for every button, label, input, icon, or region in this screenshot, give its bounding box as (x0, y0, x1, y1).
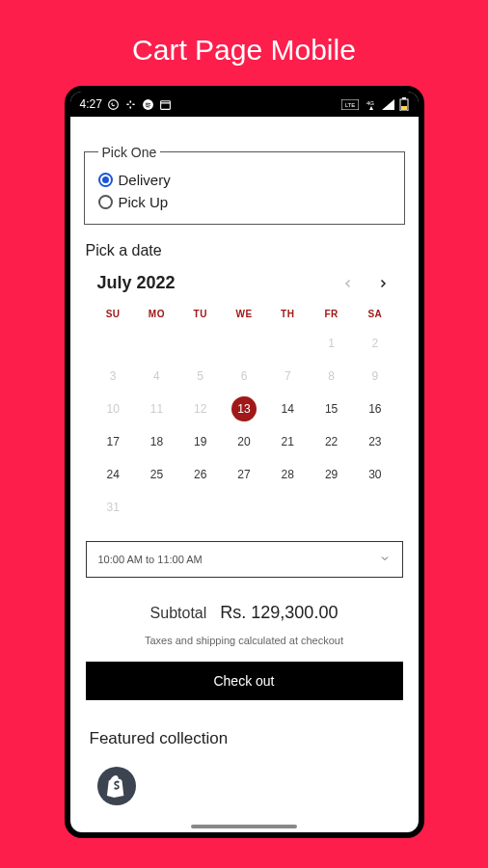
calendar-day (135, 327, 178, 360)
status-bar: 4:27 LTE 4G (70, 92, 419, 117)
tax-shipping-note: Taxes and shipping calculated at checkou… (84, 635, 405, 646)
subtotal-label: Subtotal (150, 605, 207, 622)
prev-month-button[interactable] (339, 275, 357, 292)
weekday-label: FR (310, 309, 353, 319)
svg-point-0 (108, 99, 118, 109)
svg-text:LTE: LTE (344, 102, 355, 108)
pick-date-label: Pick a date (86, 242, 405, 259)
subtotal-row: Subtotal Rs. 129,300.00 (84, 603, 405, 623)
weekday-label: WE (222, 309, 265, 319)
calendar-day (178, 491, 222, 524)
battery-icon (399, 97, 409, 111)
calendar-day: 8 (310, 360, 353, 393)
time-slot-value: 10:00 AM to 11:00 AM (98, 554, 203, 565)
phone-frame: 4:27 LTE 4G Pick One Delivery (65, 86, 424, 838)
calendar-day[interactable]: 14 (266, 393, 310, 425)
calendar-day (222, 327, 265, 360)
whatsapp-icon (107, 98, 120, 111)
checkout-button[interactable]: Check out (86, 662, 403, 700)
spotify-icon (142, 98, 154, 111)
calendar-day[interactable]: 15 (310, 393, 353, 425)
svg-rect-6 (160, 100, 170, 109)
weekday-label: SU (92, 309, 135, 319)
calendar-day[interactable]: 13 (222, 393, 265, 425)
phone-screen: 4:27 LTE 4G Pick One Delivery (70, 92, 419, 832)
svg-rect-11 (402, 97, 406, 99)
calendar-day: 3 (92, 360, 135, 393)
calendar-day: 11 (135, 393, 178, 425)
calendar-day: 12 (178, 393, 222, 425)
calendar-day: 6 (222, 360, 265, 393)
radio-label: Pick Up (119, 194, 169, 210)
calendar-day[interactable]: 23 (353, 425, 396, 458)
svg-rect-2 (129, 100, 131, 103)
calendar-day (178, 327, 222, 360)
calendar-day: 7 (266, 360, 310, 393)
calendar-day[interactable]: 17 (92, 425, 135, 458)
lte-icon: LTE (341, 99, 359, 110)
calendar: July 2022 SUMOTUWETHFRSA 123456789101112… (84, 273, 405, 524)
time-slot-select[interactable]: 10:00 AM to 11:00 AM (86, 541, 403, 578)
svg-text:4G: 4G (366, 100, 374, 106)
featured-collection-heading: Featured collection (90, 729, 405, 748)
fieldset-legend: Pick One (98, 145, 161, 160)
calendar-day (266, 327, 310, 360)
page-title: Cart Page Mobile (0, 0, 488, 86)
calendar-day[interactable]: 22 (310, 425, 353, 458)
weekday-label: TU (178, 309, 222, 319)
calendar-day[interactable]: 20 (222, 425, 265, 458)
calendar-day[interactable]: 25 (135, 458, 178, 491)
calendar-day: 4 (135, 360, 178, 393)
calendar-day (92, 327, 135, 360)
delivery-method-fieldset: Pick One Delivery Pick Up (84, 151, 405, 225)
svg-rect-3 (132, 103, 135, 105)
svg-rect-1 (126, 103, 129, 105)
calendar-day: 5 (178, 360, 222, 393)
radio-icon (98, 173, 113, 187)
radio-icon (98, 195, 113, 209)
calendar-day: 2 (353, 327, 396, 360)
weekday-label: TH (266, 309, 310, 319)
calendar-month-title: July 2022 (97, 273, 176, 293)
calendar-day (310, 491, 353, 524)
calendar-day[interactable]: 19 (178, 425, 222, 458)
calendar-day: 31 (92, 491, 135, 524)
signal-icon (382, 99, 394, 110)
calendar-day[interactable]: 24 (92, 458, 135, 491)
calendar-day (222, 491, 265, 524)
subtotal-value: Rs. 129,300.00 (220, 603, 338, 623)
home-indicator (191, 825, 297, 828)
calendar-day[interactable]: 21 (266, 425, 310, 458)
network-4g-icon: 4G (364, 99, 377, 110)
calendar-day[interactable]: 28 (266, 458, 310, 491)
calendar-day[interactable]: 16 (353, 393, 396, 425)
shopify-badge-icon[interactable] (97, 767, 136, 805)
radio-option-pickup[interactable]: Pick Up (98, 194, 391, 210)
svg-rect-4 (129, 106, 131, 109)
calendar-day (353, 491, 396, 524)
chevron-down-icon (379, 553, 391, 566)
calendar-day[interactable]: 29 (310, 458, 353, 491)
weekday-label: SA (353, 309, 396, 319)
calendar-day (135, 491, 178, 524)
calendar-day: 9 (353, 360, 396, 393)
calendar-day (266, 491, 310, 524)
status-time: 4:27 (80, 97, 102, 111)
calendar-day[interactable]: 26 (178, 458, 222, 491)
slack-icon (124, 98, 137, 111)
calendar-day[interactable]: 27 (222, 458, 265, 491)
weekday-label: MO (135, 309, 178, 319)
calendar-day: 10 (92, 393, 135, 425)
radio-option-delivery[interactable]: Delivery (98, 172, 391, 188)
calendar-icon (159, 98, 172, 111)
calendar-day[interactable]: 18 (135, 425, 178, 458)
svg-rect-12 (401, 106, 407, 110)
calendar-day[interactable]: 30 (353, 458, 396, 491)
calendar-day: 1 (310, 327, 353, 360)
radio-label: Delivery (119, 172, 171, 188)
next-month-button[interactable] (374, 275, 392, 292)
